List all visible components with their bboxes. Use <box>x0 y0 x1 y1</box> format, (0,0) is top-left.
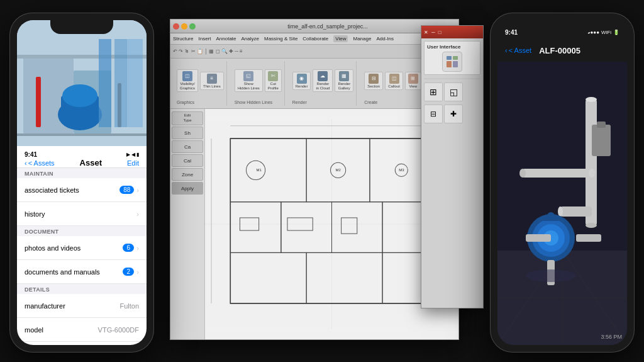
render-buttons: ◉ Render ☁ Renderin Cloud ▦ RenderGaller… <box>292 62 353 99</box>
svg-point-50 <box>586 223 597 228</box>
cad-menu-analyze[interactable]: Analyze <box>242 36 259 42</box>
svg-point-52 <box>558 206 563 217</box>
cad-window[interactable]: time_alf-en.cd_sample_projec... Structur… <box>170 19 459 340</box>
svg-rect-63 <box>576 234 601 242</box>
cad-sh-button[interactable]: Sh <box>172 127 203 139</box>
svg-rect-53 <box>523 169 592 178</box>
view-icon: ⊞ <box>408 74 418 84</box>
cad-zone-button[interactable]: Zone <box>172 168 203 181</box>
visibility-graphics-button[interactable]: ◫ Visibility/Graphics <box>177 69 198 92</box>
right-status-icons: ●●●● WiFi 🔋 <box>587 30 619 35</box>
cad-traffic-lights[interactable] <box>173 23 196 30</box>
right-nav-back-label: < Asset <box>509 47 531 54</box>
svg-rect-62 <box>526 234 551 242</box>
ui-settings-icon <box>446 55 458 68</box>
documents-manuals-badge: 2 <box>123 268 134 276</box>
view-label: View <box>409 84 417 88</box>
associated-tickets-label: associated tickets <box>25 186 79 194</box>
cad-menu-massing[interactable]: Massing & Site <box>264 36 297 42</box>
photos-videos-badge: 6 <box>123 244 134 252</box>
right-phone-content: 9:41 ●●●● WiFi 🔋 ‹ < Asset <box>497 20 627 345</box>
render-icon: ◉ <box>297 74 307 84</box>
render-gallery-button[interactable]: ▦ RenderGallery <box>335 69 353 92</box>
section-icon: ⊟ <box>369 74 379 84</box>
desktop-window[interactable]: ✕ ─ □ User Interface ⊞ ◱ <box>421 25 484 308</box>
cad-menu-manage[interactable]: Manage <box>353 36 371 42</box>
cad-menu-view[interactable]: View <box>333 35 348 42</box>
desktop-icon-1[interactable]: ⊞ <box>424 82 443 101</box>
ribbon-group-view: ⊟ Section ◫ Callout ⊞ View Create <box>362 61 425 106</box>
cut-profile-button[interactable]: ✄ CutProfile <box>265 69 282 92</box>
desktop-icon-4[interactable]: ✚ <box>444 105 463 123</box>
render-group-title: Render <box>292 99 307 105</box>
cad-minimize-button[interactable] <box>181 23 187 30</box>
left-nav-back[interactable]: ‹ < Assets <box>25 159 55 167</box>
right-battery-icon: 🔋 <box>613 30 619 35</box>
desktop-max-icon[interactable]: □ <box>438 30 441 35</box>
photos-videos-label: photos and videos <box>25 244 80 252</box>
desktop-ui-icon <box>442 52 462 72</box>
left-nav-edit-button[interactable]: Edit <box>127 159 139 167</box>
view-button[interactable]: ⊞ View <box>405 72 421 90</box>
svg-point-5 <box>62 84 97 107</box>
cad-ca-button[interactable]: Ca <box>172 140 203 153</box>
cad-menu-annotate[interactable]: Annotate <box>216 36 236 42</box>
left-nav-back-label: < Assets <box>28 159 55 167</box>
svg-point-67 <box>526 269 576 282</box>
svg-point-54 <box>589 169 595 178</box>
desktop-icon-3[interactable]: ⊟ <box>424 105 443 123</box>
right-nav-back[interactable]: ‹ < Asset <box>505 47 531 54</box>
cad-toolbar: ↶ ↷ 🖱 ✂ 📋 │ ▦ ◻ 🔍 ✚ ─ ≡ <box>170 45 458 59</box>
callout-button[interactable]: ◫ Callout <box>385 72 403 90</box>
photos-videos-item[interactable]: photos and videos 6 › <box>17 236 147 260</box>
desktop-panel: User Interface <box>424 41 480 75</box>
left-status-icons: ▶ ◀ ▮ <box>126 152 139 157</box>
cad-menu-addins[interactable]: Add-Ins <box>376 36 394 42</box>
section-button[interactable]: ⊟ Section <box>364 72 383 90</box>
render-gallery-label: RenderGallery <box>338 82 350 90</box>
render-label: Render <box>296 84 308 88</box>
desktop-titlebar: ✕ ─ □ <box>421 26 483 38</box>
cad-edit-type-button[interactable]: EditType <box>172 111 203 125</box>
desktop-icon-2[interactable]: ◱ <box>444 82 463 101</box>
svg-text:M3: M3 <box>399 168 404 172</box>
cad-content-area: EditType Sh Ca Cal Zone Apply <box>170 109 458 339</box>
desktop-close-icon[interactable]: ✕ <box>424 30 428 35</box>
right-ar-view: 3:56 PM <box>497 62 627 345</box>
desktop-extra-icons: ⊞ ◱ <box>424 82 480 101</box>
associated-tickets-item[interactable]: associated tickets 88 › <box>17 178 147 202</box>
svg-point-49 <box>586 97 597 102</box>
render-button[interactable]: ◉ Render <box>292 72 311 90</box>
svg-rect-65 <box>592 125 611 156</box>
desktop-min-icon[interactable]: ─ <box>431 30 435 35</box>
manufacturer-item: manufacturer Fulton <box>17 294 147 318</box>
visibility-label: Visibility/Graphics <box>180 82 195 90</box>
right-ar-svg <box>497 62 627 345</box>
left-phone-notch <box>50 20 113 34</box>
left-status-bar: 9:41 ▶ ◀ ▮ <box>17 146 147 158</box>
left-nav-bar[interactable]: ‹ < Assets Asset Edit <box>17 158 147 168</box>
desktop-content: User Interface ⊞ ◱ ⊟ ✚ <box>421 38 483 126</box>
cad-menu-insert[interactable]: Insert <box>198 36 211 42</box>
cad-sidebar: EditType Sh Ca Cal Zone Apply <box>170 109 205 339</box>
desktop-divider <box>424 78 480 79</box>
documents-manuals-item[interactable]: documents and manuals 2 › <box>17 260 147 284</box>
cad-maximize-button[interactable] <box>189 23 196 30</box>
cad-menu-structure[interactable]: Structure <box>173 36 193 42</box>
cad-cal-button[interactable]: Cal <box>172 154 203 167</box>
left-3d-svg <box>17 20 147 146</box>
cad-ribbon: ◫ Visibility/Graphics ≡ Thin Lines Graph… <box>170 59 458 109</box>
svg-point-55 <box>519 169 526 178</box>
cad-close-button[interactable] <box>173 23 179 30</box>
cad-menu-collaborate[interactable]: Collaborate <box>303 36 328 42</box>
thin-lines-button[interactable]: ≡ Thin Lines <box>200 72 224 90</box>
cad-apply-button[interactable]: Apply <box>172 182 203 195</box>
show-hidden-lines-button[interactable]: ◱ ShowHidden Lines <box>235 69 263 92</box>
photos-videos-right: 6 › <box>123 244 139 252</box>
scene: 9:41 ▶ ◀ ▮ ‹ < Assets Asset Edit <box>0 0 644 362</box>
render-cloud-button[interactable]: ☁ Renderin Cloud <box>313 69 333 92</box>
right-nav-bar[interactable]: ‹ < Asset ALF-00005 <box>497 39 627 62</box>
cad-menubar[interactable]: Structure Insert Annotate Analyze Massin… <box>170 33 458 45</box>
render-cloud-label: Renderin Cloud <box>316 82 330 90</box>
history-item[interactable]: history › <box>17 202 147 226</box>
